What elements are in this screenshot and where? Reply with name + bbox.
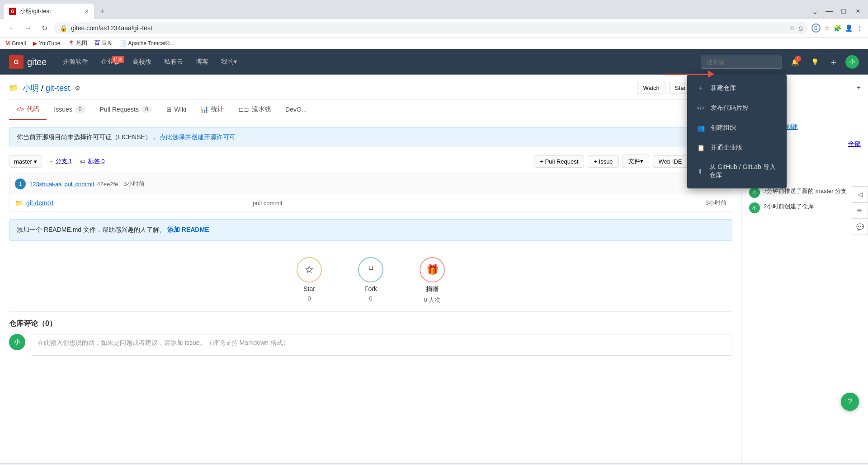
notification-button[interactable]: 🔔 1 (788, 55, 802, 69)
issue-button[interactable]: + Issue (588, 155, 618, 168)
bookmark-youtube[interactable]: ▶ YouTube (33, 40, 60, 47)
commit-message-link[interactable]: pull commit (65, 181, 94, 188)
tab-code[interactable]: </> 代码 (9, 100, 47, 120)
nav-university[interactable]: 高校版 (127, 54, 157, 70)
tab-close-button[interactable]: × (85, 8, 89, 15)
nav-blog[interactable]: 博客 (190, 54, 214, 70)
stat-fork[interactable]: ⑂ Fork 0 (358, 257, 383, 304)
address-bar[interactable]: 🔒 gitee.com/as1234aaa/git-test ☆ ⎙ (54, 22, 808, 34)
gitee-app: G gitee 开源软件 企业版 特惠 高校版 私有云 博客 我的▾ 🔔 1 (0, 49, 868, 463)
dropdown-create-org[interactable]: 👥 创建组织 (687, 118, 787, 138)
commit-author-link[interactable]: 123shuai-aa (29, 181, 62, 188)
tab-pipeline[interactable]: ⊏⊐ 流水线 (231, 100, 278, 120)
stat-star[interactable]: ☆ Star 0 (297, 257, 322, 304)
file-time: 3小时前 (706, 199, 726, 207)
new-tab-button[interactable]: + (96, 5, 108, 18)
user-avatar[interactable]: 小 (845, 55, 859, 69)
menu-button[interactable]: ⋮ (856, 24, 863, 32)
file-name-link[interactable]: git-demo1 (26, 199, 253, 207)
settings-icon[interactable]: ⚙ (75, 85, 80, 92)
fork-count: 0 (369, 295, 372, 302)
extension-icon[interactable]: 🧩 (834, 24, 841, 32)
gitee-logo[interactable]: G gitee (9, 55, 47, 69)
bookmark-gmail[interactable]: M Gmail (5, 40, 26, 47)
enterprise-icon: 📋 (696, 143, 705, 152)
star-label: Star (303, 285, 315, 292)
donate-label: 捐赠 (426, 285, 439, 293)
readme-link[interactable]: 添加 README (167, 226, 209, 233)
maximize-button[interactable]: □ (837, 5, 850, 18)
activity-avatar-1: 小 (749, 187, 760, 198)
nav-opensource[interactable]: 开源软件 (57, 54, 94, 70)
license-link[interactable]: 点此选择并创建开源许可可 (160, 133, 236, 141)
chrome-icon: G (811, 23, 821, 33)
create-release-link[interactable]: 创建 (786, 123, 798, 130)
tab-list-button[interactable]: ⌄ (808, 5, 821, 18)
plus-button[interactable]: ＋ (827, 56, 840, 68)
stats-icon: 📊 (201, 106, 208, 113)
dropdown-new-repo[interactable]: ＋ 新建仓库 (687, 78, 787, 98)
help-button[interactable]: ? (841, 393, 859, 411)
status-bar: https://gitee.com/projects/new (0, 463, 868, 465)
tab-stats[interactable]: 📊 统计 (193, 100, 231, 120)
tab-bar: G 小明/git-test × + ⌄ — □ × (0, 0, 868, 19)
dropdown-enterprise[interactable]: 📋 开通企业版 (687, 138, 787, 158)
dropdown-import[interactable]: ⬆ 从 GitHub / GitLab 导入仓库 (687, 158, 787, 185)
branch-dropdown-icon: ▾ (34, 158, 37, 165)
tag-icon: 🏷 (80, 158, 85, 165)
comment-input[interactable]: 在此输入你想说的话，如果是问题或者建议，请添加 issue。（评论支持 Mark… (31, 334, 732, 356)
minimize-button[interactable]: — (823, 5, 835, 18)
bookmark-tomcat[interactable]: 📄 Apache Tomcat®... (120, 40, 174, 47)
bookmark-icon[interactable]: ☆ (789, 24, 795, 32)
watch-button[interactable]: Watch (637, 82, 665, 94)
back-button[interactable]: ← (5, 22, 18, 34)
activity-item-1: 小 7分钟前推送了新的 master 分支 (749, 187, 861, 198)
dropdown-snippet[interactable]: </> 发布代码片段 (687, 98, 787, 118)
repo-tabs: </> 代码 Issues 0 Pull Requests 0 ⊞ Wiki (9, 100, 732, 120)
web-ide-button[interactable]: Web IDE (653, 155, 688, 168)
nav-bar: ← → ↻ 🔒 gitee.com/as1234aaa/git-test ☆ ⎙… (0, 19, 868, 38)
tab-pull-requests[interactable]: Pull Requests 0 (93, 100, 159, 120)
repo-owner-link[interactable]: 小明 (23, 84, 39, 93)
bookmarks-bar: M Gmail ▶ YouTube 📍 地图 百 百度 📄 Apache Tom… (0, 38, 868, 49)
tab-title: 小明/git-test (20, 7, 81, 15)
float-back-button[interactable]: ◁ (852, 186, 868, 202)
float-edit-button[interactable]: ✏ (852, 202, 868, 219)
maps-icon: 📍 (68, 40, 75, 47)
add-tag-button[interactable]: + (857, 84, 861, 92)
nav-mine[interactable]: 我的▾ (216, 54, 242, 70)
youtube-icon: ▶ (33, 40, 37, 47)
tag-count-link[interactable]: 标签 0 (88, 157, 105, 165)
branch-select[interactable]: master ▾ (9, 155, 42, 168)
nav-enterprise[interactable]: 企业版 特惠 (95, 54, 125, 70)
user-icon[interactable]: 👤 (845, 24, 853, 32)
gift-icon-btn[interactable]: 💡 (807, 55, 822, 69)
tab-issues[interactable]: Issues 0 (47, 100, 92, 120)
repo-header: 📁 小明 / git-test ⚙ Watch Star Fork 0 (9, 75, 732, 100)
share-icon[interactable]: ⎙ (799, 24, 802, 32)
branch-name: master (14, 158, 32, 165)
bookmark-baidu[interactable]: 百 百度 (94, 39, 113, 47)
dropdown-new-repo-label: 新建仓库 (711, 84, 736, 92)
tab-wiki[interactable]: ⊞ Wiki (159, 100, 193, 120)
folder-icon: 📁 (15, 199, 23, 207)
file-commit-msg: pull commit (253, 200, 706, 207)
browser-window: G 小明/git-test × + ⌄ — □ × ← → ↻ 🔒 gitee.… (0, 0, 868, 465)
active-tab[interactable]: G 小明/git-test × (4, 4, 94, 19)
all-contributors-link[interactable]: 全部 (848, 140, 861, 148)
nav-private-cloud[interactable]: 私有云 (159, 54, 189, 70)
tab-devops[interactable]: DevO... (278, 100, 314, 120)
pull-request-button[interactable]: + Pull Request (534, 155, 584, 168)
branch-count-link[interactable]: 分支 1 (56, 157, 72, 165)
stat-donate[interactable]: 🎁 捐赠 0 人次 (420, 257, 445, 304)
bookmark-maps[interactable]: 📍 地图 (68, 39, 87, 47)
repo-name-link[interactable]: git-test (46, 84, 70, 93)
float-chat-button[interactable]: 💬 (852, 219, 868, 235)
gitee-search-input[interactable] (701, 56, 782, 69)
refresh-button[interactable]: ↻ (38, 22, 51, 34)
forward-button[interactable]: → (22, 22, 34, 34)
commit-author-avatar: 1 (15, 178, 26, 189)
close-button[interactable]: × (852, 5, 864, 18)
file-button[interactable]: 文件▾ (623, 155, 649, 168)
star-nav-icon[interactable]: ☆ (824, 24, 830, 32)
